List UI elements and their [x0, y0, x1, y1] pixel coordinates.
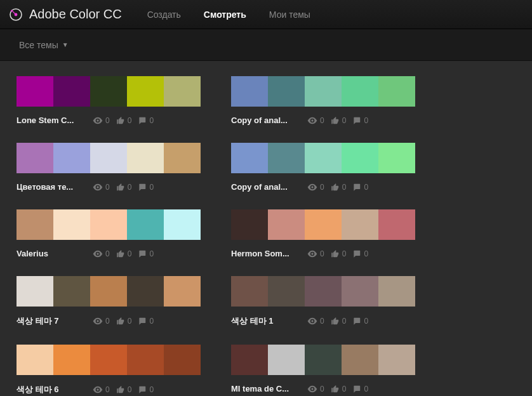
color-swatch[interactable] — [53, 345, 90, 375]
stat-comment[interactable]: 0 — [138, 385, 154, 394]
color-swatch[interactable] — [305, 276, 342, 307]
color-swatch[interactable] — [53, 76, 90, 107]
stat-comment[interactable]: 0 — [138, 116, 154, 125]
stat-comment[interactable]: 0 — [352, 183, 368, 192]
color-swatch[interactable] — [378, 76, 415, 107]
theme-title[interactable]: Copy of anal... — [231, 182, 307, 192]
stat-eye[interactable]: 0 — [93, 385, 110, 394]
theme-title[interactable]: 색상 테마 1 — [231, 315, 307, 327]
theme-swatches[interactable] — [17, 76, 201, 107]
color-swatch[interactable] — [127, 209, 164, 240]
theme-swatches[interactable] — [231, 345, 415, 375]
color-swatch[interactable] — [268, 143, 305, 173]
color-swatch[interactable] — [305, 76, 342, 107]
color-swatch[interactable] — [378, 276, 415, 307]
stat-thumb[interactable]: 0 — [331, 317, 347, 326]
stat-eye[interactable]: 0 — [307, 317, 324, 326]
color-swatch[interactable] — [378, 345, 415, 375]
stat-eye[interactable]: 0 — [307, 385, 324, 393]
theme-swatches[interactable] — [231, 209, 415, 240]
color-swatch[interactable] — [127, 76, 164, 107]
tab-create[interactable]: Создать — [147, 10, 181, 20]
color-swatch[interactable] — [231, 143, 268, 173]
theme-swatches[interactable] — [17, 209, 201, 240]
stat-thumb[interactable]: 0 — [116, 183, 132, 192]
color-swatch[interactable] — [342, 276, 378, 307]
stat-comment[interactable]: 0 — [352, 317, 368, 326]
color-swatch[interactable] — [268, 345, 305, 375]
stat-comment[interactable]: 0 — [352, 249, 368, 258]
color-swatch[interactable] — [53, 276, 90, 307]
color-swatch[interactable] — [231, 276, 268, 307]
stat-comment[interactable]: 0 — [138, 317, 154, 326]
theme-swatches[interactable] — [231, 143, 415, 173]
color-swatch[interactable] — [17, 276, 53, 307]
color-swatch[interactable] — [90, 143, 127, 173]
theme-title[interactable]: Lone Stem C... — [17, 116, 93, 125]
color-swatch[interactable] — [231, 76, 268, 107]
color-swatch[interactable] — [53, 143, 90, 173]
color-swatch[interactable] — [127, 276, 164, 307]
theme-title[interactable]: Hermon Som... — [231, 249, 307, 258]
stat-eye[interactable]: 0 — [93, 183, 110, 192]
color-swatch[interactable] — [231, 209, 268, 240]
stat-comment[interactable]: 0 — [138, 183, 154, 192]
color-swatch[interactable] — [342, 76, 378, 107]
color-swatch[interactable] — [17, 76, 53, 107]
stat-eye[interactable]: 0 — [93, 249, 110, 258]
color-swatch[interactable] — [305, 209, 342, 240]
tab-my-themes[interactable]: Мои темы — [269, 10, 310, 20]
stat-eye[interactable]: 0 — [307, 116, 324, 125]
color-swatch[interactable] — [305, 143, 342, 173]
stat-eye[interactable]: 0 — [93, 116, 110, 125]
theme-swatches[interactable] — [231, 276, 415, 307]
stat-comment[interactable]: 0 — [352, 385, 368, 393]
color-swatch[interactable] — [164, 143, 201, 173]
theme-title[interactable]: Valerius — [17, 249, 93, 258]
color-swatch[interactable] — [268, 76, 305, 107]
theme-swatches[interactable] — [17, 345, 201, 375]
color-swatch[interactable] — [90, 209, 127, 240]
stat-comment[interactable]: 0 — [352, 116, 368, 125]
color-swatch[interactable] — [342, 345, 378, 375]
stat-thumb[interactable]: 0 — [116, 249, 132, 258]
color-swatch[interactable] — [268, 276, 305, 307]
color-swatch[interactable] — [231, 345, 268, 375]
color-swatch[interactable] — [127, 345, 164, 375]
theme-title[interactable]: 색상 테마 7 — [17, 315, 93, 327]
stat-thumb[interactable]: 0 — [331, 183, 347, 192]
color-swatch[interactable] — [17, 209, 53, 240]
stat-thumb[interactable]: 0 — [116, 317, 132, 326]
color-swatch[interactable] — [378, 209, 415, 240]
color-swatch[interactable] — [305, 345, 342, 375]
theme-title[interactable]: MI tema de C... — [231, 384, 307, 393]
color-swatch[interactable] — [268, 209, 305, 240]
filter-dropdown[interactable]: Все темы ▼ — [19, 40, 69, 50]
stat-thumb[interactable]: 0 — [116, 385, 132, 394]
color-swatch[interactable] — [164, 76, 201, 107]
theme-title[interactable]: Copy of anal... — [231, 116, 307, 125]
theme-title[interactable]: 색상 테마 6 — [17, 384, 93, 395]
stat-eye[interactable]: 0 — [93, 317, 110, 326]
theme-swatches[interactable] — [231, 76, 415, 107]
color-swatch[interactable] — [17, 345, 53, 375]
color-swatch[interactable] — [164, 345, 201, 375]
stat-thumb[interactable]: 0 — [331, 385, 347, 393]
tab-view[interactable]: Смотреть — [204, 10, 246, 20]
color-swatch[interactable] — [164, 209, 201, 240]
stat-thumb[interactable]: 0 — [331, 249, 347, 258]
theme-swatches[interactable] — [17, 276, 201, 307]
theme-swatches[interactable] — [17, 143, 201, 173]
color-swatch[interactable] — [164, 276, 201, 307]
color-swatch[interactable] — [90, 345, 127, 375]
color-swatch[interactable] — [127, 143, 164, 173]
stat-eye[interactable]: 0 — [307, 183, 324, 192]
stat-comment[interactable]: 0 — [138, 249, 154, 258]
color-swatch[interactable] — [53, 209, 90, 240]
color-swatch[interactable] — [342, 143, 378, 173]
color-swatch[interactable] — [342, 209, 378, 240]
color-swatch[interactable] — [17, 143, 53, 173]
color-swatch[interactable] — [90, 76, 127, 107]
stat-thumb[interactable]: 0 — [331, 116, 347, 125]
stat-thumb[interactable]: 0 — [116, 116, 132, 125]
